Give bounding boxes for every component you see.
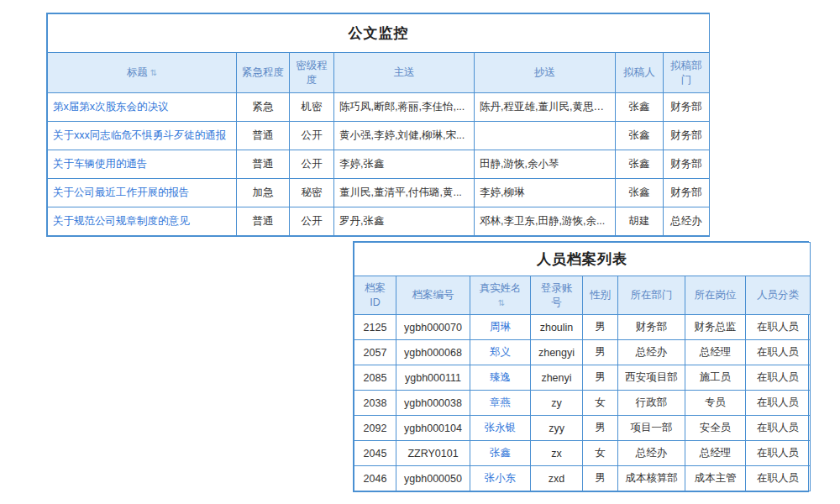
- table-row: 2125 ygbh000070 周琳 zhoulin 男 财务部 财务总监 在职…: [354, 315, 811, 340]
- login-account-cell: zhenyi: [531, 365, 583, 391]
- real-name-link[interactable]: 张鑫: [490, 447, 511, 459]
- urgency-cell: 普通: [237, 122, 290, 150]
- category-cell: 在职人员: [746, 365, 811, 391]
- draft-dept-cell: 财务部: [664, 122, 710, 150]
- column-header-title-label: 标题: [127, 66, 148, 78]
- cc-cell: 陈丹,程亚雄,董川民,黄思璐...: [475, 93, 616, 122]
- post-cell: 总经理: [685, 340, 746, 365]
- doc-title-link[interactable]: 关于xxx同志临危不惧勇斗歹徒的通报: [53, 129, 226, 141]
- table-row: 关于公司最近工作开展的报告 加急 秘密 董川民,董清平,付伟璐,黄... 李婷,…: [48, 179, 710, 207]
- post-cell: 成本主管: [685, 466, 746, 491]
- column-header-urgency: 紧急程度: [237, 53, 290, 93]
- archive-code-cell: ygbh000070: [396, 315, 470, 340]
- gender-cell: 女: [583, 391, 618, 416]
- column-header-title[interactable]: 标题⇅: [48, 53, 237, 93]
- doc-title-link[interactable]: 关于公司最近工作开展的报告: [53, 186, 190, 198]
- archive-id-cell: 2057: [354, 340, 396, 365]
- cc-cell: 田静,游恢,余小琴: [475, 150, 616, 179]
- sort-icon[interactable]: ⇅: [498, 298, 505, 307]
- table-row: 2085 ygbh000111 臻逸 zhenyi 男 西安项目部 施工员 在职…: [354, 365, 811, 391]
- table-row: 第x届第x次股东会的决议 紧急 机密 陈巧凤,断郎,蒋丽,李佳怡,... 陈丹,…: [48, 93, 710, 122]
- draft-dept-cell: 财务部: [664, 150, 710, 179]
- gender-cell: 男: [583, 315, 618, 340]
- dept-cell: 成本核算部: [618, 466, 685, 491]
- secrecy-cell: 秘密: [290, 179, 334, 207]
- drafter-cell: 张鑫: [616, 122, 664, 150]
- dept-cell: 总经办: [618, 441, 685, 466]
- archive-id-cell: 2045: [354, 441, 396, 466]
- column-header-drafter: 拟稿人: [616, 53, 664, 93]
- real-name-link[interactable]: 张小东: [485, 472, 517, 484]
- archive-code-cell: ygbh000111: [396, 365, 470, 391]
- column-header-secrecy: 密级程度: [290, 53, 334, 93]
- table-row: 2092 ygbh000104 张永银 zyy 男 项目一部 安全员 在职人员: [354, 416, 811, 441]
- real-name-link[interactable]: 郑义: [490, 346, 511, 358]
- dept-cell: 西安项目部: [618, 365, 685, 391]
- drafter-cell: 胡建: [616, 207, 664, 236]
- main-send-cell: 罗丹,张鑫: [334, 207, 475, 236]
- archive-code-cell: ygbh000068: [396, 340, 470, 365]
- doc-monitor-title: 公文监控: [48, 14, 710, 53]
- column-header-draft-dept: 拟稿部门: [664, 53, 710, 93]
- table-row: 2038 ygbh000038 章燕 zy 女 行政部 专员 在职人员: [354, 391, 811, 416]
- real-name-link[interactable]: 周琳: [490, 321, 511, 333]
- table-row: 2046 ygbh000050 张小东 zxd 男 成本核算部 成本主管 在职人…: [354, 466, 811, 491]
- urgency-cell: 加急: [237, 179, 290, 207]
- gender-cell: 男: [583, 340, 618, 365]
- table-row: 2045 ZZRY0101 张鑫 zx 女 总经办 总经理 在职人员: [354, 441, 811, 466]
- category-cell: 在职人员: [746, 340, 811, 365]
- category-cell: 在职人员: [746, 315, 811, 340]
- post-cell: 总经理: [685, 441, 746, 466]
- column-header-gender: 性别: [583, 276, 618, 315]
- table-row: 关于规范公司规章制度的意见 普通 公开 罗丹,张鑫 邓林,李卫东,田静,游恢,余…: [48, 207, 710, 236]
- login-account-cell: zxd: [531, 466, 583, 491]
- doc-monitor-table: 公文监控 标题⇅ 紧急程度 密级程度 主送 抄送 拟稿人 拟稿部门 第x届第x次…: [47, 13, 710, 236]
- category-cell: 在职人员: [746, 441, 811, 466]
- real-name-link[interactable]: 张永银: [485, 422, 517, 433]
- gender-cell: 男: [583, 365, 618, 391]
- real-name-link[interactable]: 臻逸: [490, 371, 511, 383]
- post-cell: 施工员: [685, 365, 746, 391]
- doc-title-link[interactable]: 关于规范公司规章制度的意见: [53, 215, 190, 227]
- login-account-cell: zhoulin: [531, 315, 583, 340]
- doc-monitor-panel: 公文监控 标题⇅ 紧急程度 密级程度 主送 抄送 拟稿人 拟稿部门 第x届第x次…: [46, 13, 710, 237]
- drafter-cell: 张鑫: [616, 150, 664, 179]
- main-send-cell: 董川民,董清平,付伟璐,黄...: [334, 179, 475, 207]
- column-header-archive-id: 档案ID: [354, 276, 396, 315]
- archive-code-cell: ZZRY0101: [396, 441, 470, 466]
- draft-dept-cell: 财务部: [664, 93, 710, 122]
- table-row: 关于xxx同志临危不惧勇斗歹徒的通报 普通 公开 黄小强,李婷,刘健,柳琳,宋.…: [48, 122, 710, 150]
- sort-icon[interactable]: ⇅: [150, 68, 157, 77]
- login-account-cell: zyy: [531, 416, 583, 441]
- column-header-archive-code: 档案编号: [396, 276, 470, 315]
- post-cell: 财务总监: [685, 315, 746, 340]
- login-account-cell: zy: [531, 391, 583, 416]
- archive-id-cell: 2038: [354, 391, 396, 416]
- drafter-cell: 张鑫: [616, 93, 664, 122]
- doc-title-link[interactable]: 关于车辆使用的通告: [53, 158, 148, 170]
- doc-title-link[interactable]: 第x届第x次股东会的决议: [53, 101, 169, 113]
- urgency-cell: 普通: [237, 207, 290, 236]
- draft-dept-cell: 财务部: [664, 179, 710, 207]
- archive-code-cell: ygbh000038: [396, 391, 470, 416]
- column-header-category: 人员分类: [746, 276, 811, 315]
- table-row: 2057 ygbh000068 郑义 zhengyi 男 总经办 总经理 在职人…: [354, 340, 811, 365]
- column-header-main-send: 主送: [334, 53, 475, 93]
- column-header-real-name-label: 真实姓名: [480, 282, 522, 294]
- column-header-login-account: 登录账号: [531, 276, 583, 315]
- archive-code-cell: ygbh000104: [396, 416, 470, 441]
- doc-monitor-header-row: 标题⇅ 紧急程度 密级程度 主送 抄送 拟稿人 拟稿部门: [48, 53, 710, 93]
- dept-cell: 项目一部: [618, 416, 685, 441]
- gender-cell: 男: [583, 416, 618, 441]
- cc-cell: 邓林,李卫东,田静,游恢,余...: [475, 207, 616, 236]
- main-send-cell: 陈巧凤,断郎,蒋丽,李佳怡,...: [334, 93, 475, 122]
- main-send-cell: 李婷,张鑫: [334, 150, 475, 179]
- column-header-real-name[interactable]: 真实姓名⇅: [470, 276, 531, 315]
- personnel-list-title: 人员档案列表: [354, 243, 811, 276]
- dept-cell: 总经办: [618, 340, 685, 365]
- category-cell: 在职人员: [746, 416, 811, 441]
- login-account-cell: zhengyi: [531, 340, 583, 365]
- real-name-link[interactable]: 章燕: [490, 396, 511, 408]
- main-send-cell: 黄小强,李婷,刘健,柳琳,宋...: [334, 122, 475, 150]
- archive-id-cell: 2125: [354, 315, 396, 340]
